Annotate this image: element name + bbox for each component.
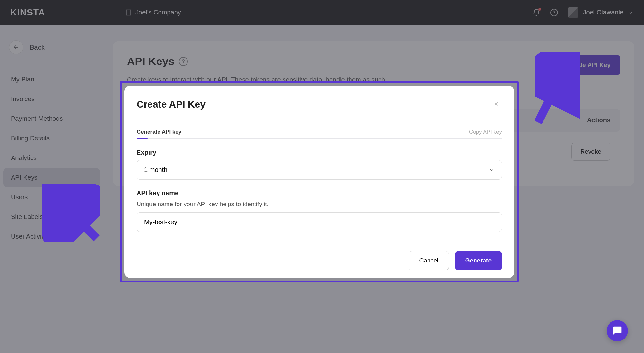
- modal-highlight-frame: Create API Key Generate API key Copy API…: [120, 81, 519, 282]
- cancel-button[interactable]: Cancel: [409, 251, 449, 270]
- progress-fill: [137, 138, 148, 139]
- name-hint: Unique name for your API key helps to id…: [137, 201, 502, 208]
- name-label: API key name: [137, 189, 502, 197]
- svg-line-11: [52, 193, 97, 238]
- modal-title: Create API Key: [137, 99, 206, 110]
- generate-button[interactable]: Generate: [455, 251, 502, 270]
- svg-line-10: [538, 58, 570, 122]
- expiry-select[interactable]: 1 month: [137, 160, 502, 180]
- step-generate: Generate API key: [137, 129, 181, 135]
- steps-row: Generate API key Copy API key: [137, 129, 502, 135]
- progress-bar: [137, 138, 502, 139]
- chevron-down-icon: [489, 167, 495, 173]
- annotation-arrow-sidebar: [42, 184, 100, 242]
- create-api-key-modal: Create API Key Generate API key Copy API…: [124, 86, 514, 278]
- annotation-arrow-create: [535, 52, 580, 126]
- close-icon: [493, 100, 499, 107]
- expiry-label: Expiry: [137, 149, 502, 156]
- expiry-value: 1 month: [144, 166, 167, 174]
- step-copy: Copy API key: [469, 129, 502, 135]
- chat-icon: [612, 326, 622, 336]
- close-button[interactable]: [490, 98, 502, 110]
- chat-bubble-button[interactable]: [607, 320, 628, 341]
- modal-overlay: Create API Key Generate API key Copy API…: [0, 0, 644, 353]
- api-key-name-input[interactable]: [137, 212, 502, 232]
